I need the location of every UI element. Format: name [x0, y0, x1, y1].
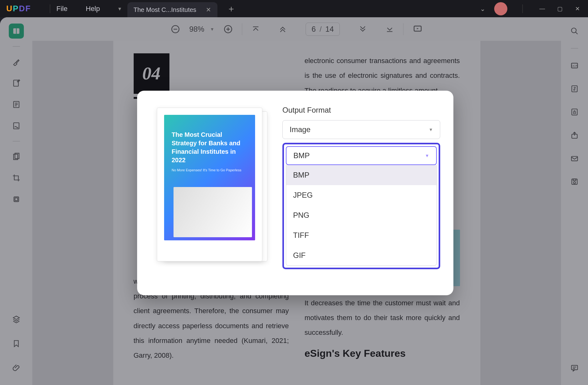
menu-file[interactable]: File [56, 5, 67, 13]
close-window-button[interactable]: ✕ [573, 5, 582, 12]
document-tab[interactable]: The Most C...Institutes ✕ [127, 2, 217, 17]
maximize-button[interactable]: ▢ [555, 5, 564, 12]
preview-cover-image [174, 187, 252, 237]
tab-list-dropdown[interactable]: ▾ [118, 5, 121, 12]
dropdown-option-png[interactable]: PNG [286, 205, 436, 225]
image-format-dropdown: BMP JPEG PNG TIFF GIF [286, 165, 437, 266]
chevron-down-icon[interactable]: ⌄ [480, 5, 485, 13]
tab-title: The Most C...Institutes [134, 6, 196, 13]
new-tab-button[interactable]: ＋ [227, 3, 236, 15]
user-avatar[interactable] [494, 2, 507, 15]
preview-page-front: The Most Crucial Strategy for Banks and … [157, 108, 262, 261]
export-modal: The Most Crucial Strategy for Banks and … [137, 91, 453, 295]
image-format-highlight: BMP ▼ BMP JPEG PNG TIFF GIF [282, 143, 440, 269]
export-form: Output Format Image ▼ BMP ▼ BMP JPEG PNG… [268, 106, 440, 282]
caret-down-icon: ▼ [425, 153, 429, 158]
export-preview: The Most Crucial Strategy for Banks and … [152, 106, 268, 282]
dropdown-option-tiff[interactable]: TIFF [286, 225, 436, 245]
tab-close-icon[interactable]: ✕ [206, 6, 211, 13]
minimize-button[interactable]: — [538, 5, 547, 12]
output-format-value: Image [290, 125, 311, 134]
titlebar: UPDF File Help ▾ The Most C...Institutes… [0, 0, 588, 17]
dropdown-option-bmp[interactable]: BMP [286, 165, 436, 185]
preview-cover: The Most Crucial Strategy for Banks and … [164, 115, 255, 240]
image-format-value: BMP [293, 151, 310, 160]
output-format-select[interactable]: Image ▼ [282, 120, 440, 139]
output-format-label: Output Format [282, 106, 440, 115]
dropdown-option-jpeg[interactable]: JPEG [286, 185, 436, 205]
image-format-select[interactable]: BMP ▼ [286, 146, 437, 165]
caret-down-icon: ▼ [429, 127, 433, 132]
menu-help[interactable]: Help [86, 5, 100, 13]
app-logo: UPDF [6, 4, 31, 13]
dropdown-option-gif[interactable]: GIF [286, 245, 436, 265]
